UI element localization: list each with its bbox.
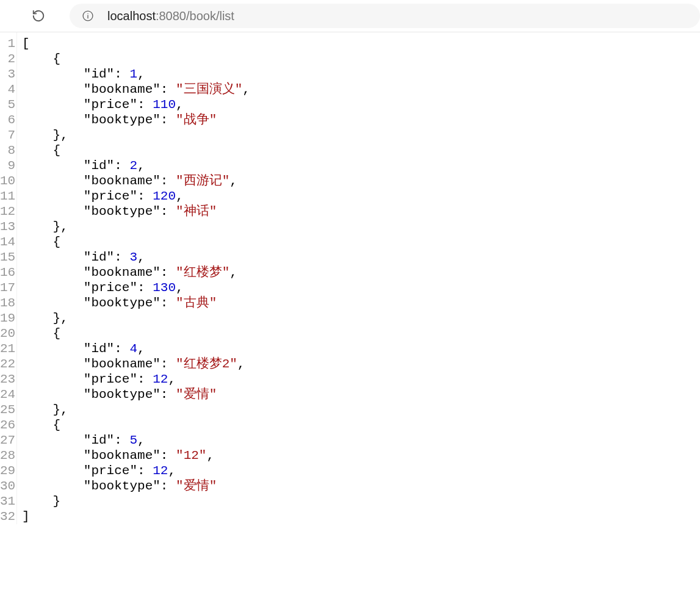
- line-number: 26: [0, 417, 15, 433]
- code-line: "price": 120,: [22, 189, 250, 204]
- code-line: "id": 5,: [22, 433, 250, 448]
- url-path: :8080/book/list: [156, 9, 234, 23]
- line-number: 19: [0, 311, 15, 326]
- line-number: 4: [0, 82, 15, 97]
- line-number: 22: [0, 356, 15, 372]
- line-number: 12: [0, 204, 15, 219]
- line-number: 21: [0, 341, 15, 356]
- code-line: "price": 110,: [22, 97, 250, 112]
- code-line: {: [22, 326, 250, 341]
- url-text: localhost:8080/book/list: [107, 9, 234, 23]
- line-number: 20: [0, 326, 15, 341]
- browser-toolbar: localhost:8080/book/list: [0, 0, 700, 32]
- line-number: 9: [0, 158, 15, 173]
- code-line: "booktype": "爱情": [22, 478, 250, 494]
- line-number-gutter: 1234567891011121314151617181920212223242…: [0, 32, 17, 524]
- line-number: 16: [0, 265, 15, 280]
- code-line: "price": 12,: [22, 463, 250, 478]
- line-number: 23: [0, 372, 15, 387]
- line-number: 25: [0, 402, 15, 417]
- line-number: 24: [0, 387, 15, 402]
- code-line: "bookname": "红楼梦",: [22, 265, 250, 280]
- line-number: 3: [0, 67, 15, 82]
- code-line: "price": 130,: [22, 280, 250, 295]
- code-line: "bookname": "红楼梦2",: [22, 356, 250, 372]
- line-number: 10: [0, 173, 15, 189]
- line-number: 2: [0, 51, 15, 67]
- code-line: {: [22, 234, 250, 250]
- line-number: 8: [0, 143, 15, 158]
- line-number: 6: [0, 112, 15, 128]
- code-line: },: [22, 219, 250, 234]
- code-line: },: [22, 311, 250, 326]
- code-line: "booktype": "神话": [22, 204, 250, 219]
- line-number: 31: [0, 494, 15, 509]
- line-number: 15: [0, 250, 15, 265]
- line-number: 11: [0, 189, 15, 204]
- svg-point-2: [87, 13, 88, 14]
- code-line: "id": 1,: [22, 67, 250, 82]
- code-line: },: [22, 128, 250, 143]
- code-line: "id": 3,: [22, 250, 250, 265]
- url-host: localhost: [107, 9, 156, 23]
- line-number: 30: [0, 478, 15, 494]
- code-line: "booktype": "爱情": [22, 387, 250, 402]
- code-line: {: [22, 143, 250, 158]
- code-line: "bookname": "西游记",: [22, 173, 250, 189]
- info-icon[interactable]: [82, 10, 94, 22]
- code-line: "booktype": "战争": [22, 112, 250, 128]
- reload-icon[interactable]: [32, 9, 45, 23]
- code-line: },: [22, 402, 250, 417]
- line-number: 27: [0, 433, 15, 448]
- code-line: "booktype": "古典": [22, 295, 250, 311]
- line-number: 13: [0, 219, 15, 234]
- line-number: 28: [0, 448, 15, 463]
- line-number: 7: [0, 128, 15, 143]
- line-number: 1: [0, 36, 15, 51]
- code-line: "id": 2,: [22, 158, 250, 173]
- code-area: [ { "id": 1, "bookname": "三国演义", "price"…: [17, 32, 250, 524]
- line-number: 18: [0, 295, 15, 311]
- code-line: "bookname": "三国演义",: [22, 82, 250, 97]
- address-bar[interactable]: localhost:8080/book/list: [70, 4, 700, 28]
- code-line: "price": 12,: [22, 372, 250, 387]
- code-line: "bookname": "12",: [22, 448, 250, 463]
- line-number: 29: [0, 463, 15, 478]
- code-line: [: [22, 36, 250, 51]
- line-number: 14: [0, 234, 15, 250]
- json-viewer: 1234567891011121314151617181920212223242…: [0, 32, 700, 524]
- code-line: ]: [22, 509, 250, 524]
- code-line: "id": 4,: [22, 341, 250, 356]
- line-number: 32: [0, 509, 15, 524]
- line-number: 5: [0, 97, 15, 112]
- code-line: {: [22, 417, 250, 433]
- code-line: }: [22, 494, 250, 509]
- code-line: {: [22, 51, 250, 67]
- line-number: 17: [0, 280, 15, 295]
